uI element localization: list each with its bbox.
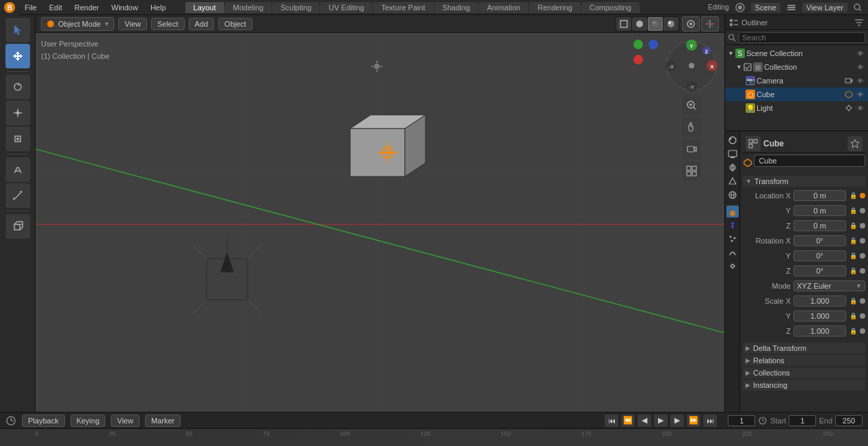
rotation-mode-dropdown[interactable]: XYZ Euler ▼ <box>793 280 865 291</box>
scale-y-value[interactable]: 1.000 <box>793 311 846 322</box>
rendered-btn[interactable] <box>663 17 679 31</box>
location-z-value[interactable]: 0 m <box>793 220 846 231</box>
rotation-z-lock[interactable]: 🔒 <box>849 267 857 275</box>
collections-header[interactable]: ▶ Collections <box>743 367 865 378</box>
props-tab-view[interactable] <box>726 161 739 174</box>
outliner-collection[interactable]: ▼ ⊞ Collection 👁 <box>725 60 868 74</box>
props-tab-object[interactable] <box>726 205 739 218</box>
timeline-bar[interactable]: 0255075100125150175200225250 <box>0 429 868 446</box>
light-vis-icon[interactable]: 👁 <box>856 103 865 113</box>
measure-tool[interactable] <box>5 183 30 208</box>
camera-vis-icon[interactable]: 👁 <box>856 76 865 86</box>
pin-btn[interactable] <box>847 136 863 151</box>
transform-header[interactable]: ▼ Transform <box>743 176 865 187</box>
scale-y-lock[interactable]: 🔒 <box>849 312 857 320</box>
search-input[interactable] <box>739 32 865 43</box>
props-tab-render[interactable] <box>726 134 739 146</box>
object-name-input[interactable] <box>754 155 865 167</box>
marker-menu[interactable]: Marker <box>145 415 181 427</box>
rotation-x-value[interactable]: 0° <box>793 235 846 246</box>
search-top-icon[interactable] <box>853 3 863 12</box>
object-menu[interactable]: Object <box>218 18 252 30</box>
scale-tool[interactable] <box>5 101 30 125</box>
tab-layout[interactable]: Layout <box>185 2 224 13</box>
play-btn[interactable]: ▶ <box>654 415 668 427</box>
delta-transform-header[interactable]: ▶ Delta Transform <box>743 343 865 354</box>
scale-z-value[interactable]: 1.000 <box>793 326 846 337</box>
rotation-x-lock[interactable]: 🔒 <box>849 237 857 245</box>
tab-texture-paint[interactable]: Texture Paint <box>373 2 433 13</box>
menu-render[interactable]: Render <box>69 2 105 13</box>
instancing-header[interactable]: ▶ Instancing <box>743 380 865 391</box>
props-tab-output[interactable] <box>726 148 739 160</box>
tab-sculpting[interactable]: Sculpting <box>272 2 319 13</box>
rotation-y-value[interactable]: 0° <box>793 250 846 261</box>
add-menu[interactable]: Add <box>189 18 215 30</box>
outliner-cube[interactable]: ⬡ Cube 👁 <box>725 88 868 101</box>
rotation-y-lock[interactable]: 🔒 <box>849 252 857 260</box>
solid-btn[interactable] <box>632 17 647 31</box>
playback-menu[interactable]: Playback <box>22 415 65 427</box>
prev-keyframe-btn[interactable]: ⏪ <box>621 415 635 427</box>
props-tab-particles[interactable] <box>726 233 739 245</box>
first-frame-btn[interactable]: ⏮ <box>605 415 618 427</box>
gizmos-btn[interactable] <box>701 16 719 31</box>
view-layer-name[interactable]: View Layer <box>802 3 847 12</box>
relations-header[interactable]: ▶ Relations <box>743 355 865 366</box>
next-keyframe-btn[interactable]: ⏩ <box>687 415 700 427</box>
location-y-lock[interactable]: 🔒 <box>849 207 857 215</box>
select-menu[interactable]: Select <box>151 18 185 30</box>
tab-uv-editing[interactable]: UV Editing <box>320 2 372 13</box>
collection-vis-icon[interactable]: 👁 <box>856 62 865 72</box>
scene-name[interactable]: Scene <box>751 3 780 12</box>
menu-edit[interactable]: Edit <box>44 2 68 13</box>
keying-menu[interactable]: Keying <box>70 415 106 427</box>
move-tool[interactable] <box>5 44 30 68</box>
blender-logo[interactable]: B <box>0 0 19 15</box>
rotate-tool[interactable] <box>5 75 30 99</box>
zoom-in-btn[interactable] <box>682 96 701 115</box>
location-x-value[interactable]: 0 m <box>793 190 846 201</box>
end-frame-input[interactable] <box>835 415 863 426</box>
material-preview-btn[interactable] <box>648 17 663 31</box>
props-tab-scene[interactable] <box>726 175 739 187</box>
last-frame-btn[interactable]: ⏭ <box>703 415 717 427</box>
wireframe-btn[interactable] <box>616 17 631 31</box>
outliner-camera[interactable]: 📷 Camera 👁 <box>725 74 868 88</box>
location-z-lock[interactable]: 🔒 <box>849 222 857 230</box>
tab-rendering[interactable]: Rendering <box>529 2 581 13</box>
location-x-lock[interactable]: 🔒 <box>849 192 857 200</box>
view-menu[interactable]: View <box>118 18 147 30</box>
menu-help[interactable]: Help <box>145 2 172 13</box>
cube-vis-icon[interactable]: 👁 <box>856 90 865 99</box>
grid-view-btn[interactable] <box>682 161 701 181</box>
location-y-value[interactable]: 0 m <box>793 205 846 216</box>
props-expand-btn[interactable] <box>746 136 761 151</box>
navigation-widget[interactable]: Y X -Y -X Z <box>664 38 719 93</box>
scale-x-value[interactable]: 1.000 <box>793 296 846 306</box>
outliner-light[interactable]: 💡 Light 👁 <box>725 101 868 115</box>
props-tab-constraints[interactable] <box>726 260 739 272</box>
tab-animation[interactable]: Animation <box>479 2 529 13</box>
viewport[interactable]: Object Mode ▼ View Select Add Object <box>36 15 724 412</box>
menu-file[interactable]: File <box>19 2 42 13</box>
mode-selector[interactable]: Object Mode ▼ <box>41 17 114 31</box>
outliner-scene-collection[interactable]: ▼ S Scene Collection 👁 <box>725 47 868 60</box>
camera-view-btn[interactable] <box>682 140 701 159</box>
tab-shading[interactable]: Shading <box>434 2 478 13</box>
grab-btn[interactable] <box>682 118 701 137</box>
current-frame-input[interactable] <box>728 415 755 426</box>
start-frame-input[interactable] <box>789 415 816 426</box>
viewport-canvas[interactable]: User Perspective (1) Collection | Cube Y… <box>36 33 724 412</box>
rotation-z-value[interactable]: 0° <box>793 265 846 276</box>
props-tab-world[interactable] <box>726 189 739 201</box>
tab-modeling[interactable]: Modeling <box>225 2 272 13</box>
scene-vis-icon[interactable]: 👁 <box>856 49 865 58</box>
scale-z-lock[interactable]: 🔒 <box>849 327 857 335</box>
timeline-view-menu[interactable]: View <box>111 415 140 427</box>
transform-tool[interactable] <box>5 127 30 151</box>
overlays-btn[interactable] <box>682 16 700 31</box>
menu-window[interactable]: Window <box>106 2 144 13</box>
add-cube-tool[interactable] <box>5 214 30 239</box>
jump-next-btn[interactable]: ▶ <box>670 415 684 427</box>
